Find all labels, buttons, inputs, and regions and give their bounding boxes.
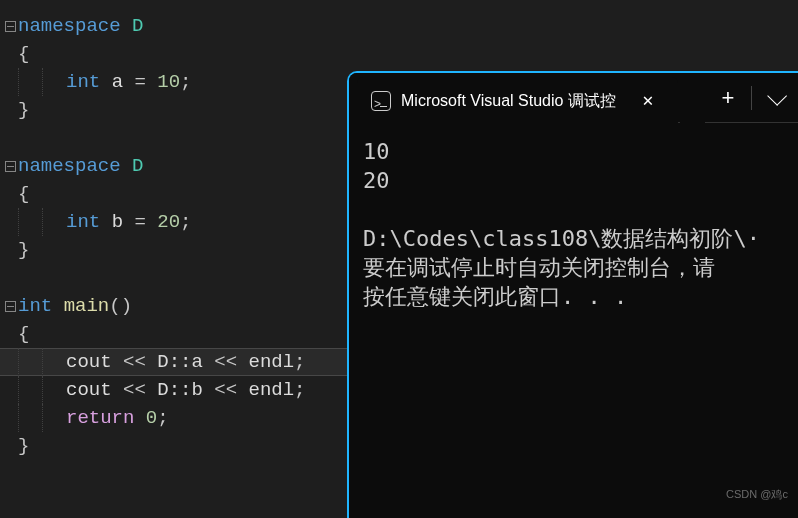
console-titlebar[interactable]: Microsoft Visual Studio 调试控 ✕ + xyxy=(349,73,798,123)
output-path: D:\Codes\class108\数据结构初阶\· xyxy=(363,226,760,251)
keyword-namespace: namespace xyxy=(18,155,121,177)
var-a: a xyxy=(112,71,123,93)
keyword-namespace: namespace xyxy=(18,15,121,37)
console-output[interactable]: 10 20 D:\Codes\class108\数据结构初阶\· 要在调试停止时… xyxy=(349,123,798,518)
brace-open: { xyxy=(18,43,29,65)
console-tab[interactable]: Microsoft Visual Studio 调试控 ✕ xyxy=(357,77,678,125)
output-message: 要在调试停止时自动关闭控制台，请 xyxy=(363,255,715,280)
chevron-down-icon xyxy=(767,85,787,105)
new-tab-button[interactable]: + xyxy=(705,73,751,123)
fold-icon[interactable] xyxy=(5,161,16,172)
output-line: 20 xyxy=(363,168,390,193)
function-main: main xyxy=(64,295,110,317)
literal-10: 10 xyxy=(157,71,180,93)
fold-icon[interactable] xyxy=(5,301,16,312)
output-message: 按任意键关闭此窗口. . . xyxy=(363,284,627,309)
brace-close: } xyxy=(18,99,29,121)
debug-console-window[interactable]: Microsoft Visual Studio 调试控 ✕ + 10 20 D:… xyxy=(347,71,798,518)
dropdown-button[interactable] xyxy=(752,73,798,123)
output-line: 10 xyxy=(363,139,390,164)
terminal-icon xyxy=(371,91,391,111)
identifier-cout: cout xyxy=(66,351,112,373)
namespace-name: D xyxy=(132,155,143,177)
watermark: CSDN @鸡c xyxy=(726,480,788,508)
var-b: b xyxy=(112,211,123,233)
keyword-return: return xyxy=(66,407,134,429)
console-tab-title: Microsoft Visual Studio 调试控 xyxy=(401,87,616,115)
keyword-int: int xyxy=(66,71,100,93)
literal-20: 20 xyxy=(157,211,180,233)
fold-icon[interactable] xyxy=(5,21,16,32)
close-tab-button[interactable]: ✕ xyxy=(632,85,664,117)
namespace-name: D xyxy=(132,15,143,37)
